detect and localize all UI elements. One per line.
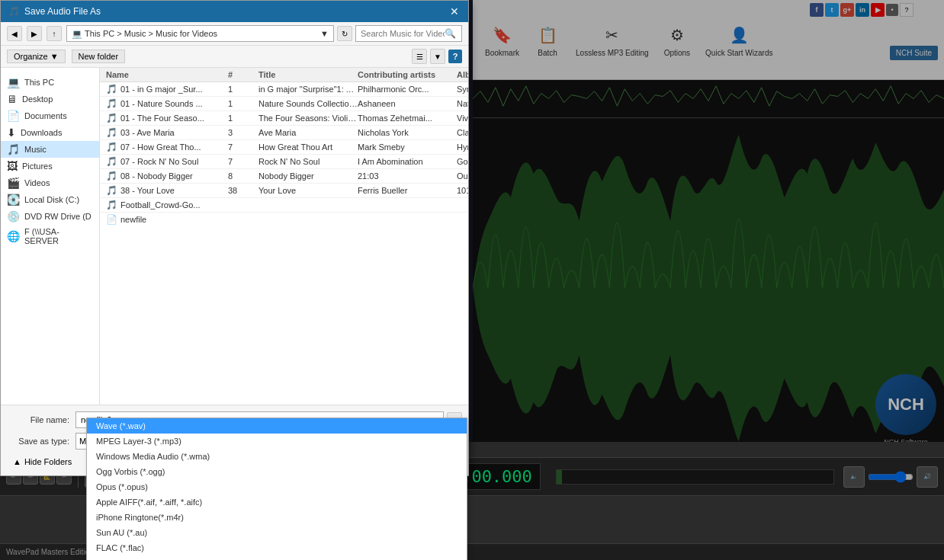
forward-button[interactable]: ▶ [27,26,42,41]
view-toggle-2[interactable]: ▼ [430,49,445,64]
title-column-header[interactable]: Title [258,70,358,79]
file-row[interactable]: 🎵38 - Your Love 38 Your Love Ferris Buel… [100,184,468,198]
album-column-header[interactable]: Album [457,70,468,79]
file-row[interactable]: 🎵03 - Ave Maria 3 Ave Maria Nicholas Yor… [100,126,468,140]
file-artist: 21:03 [358,171,457,181]
sidebar-item-documents[interactable]: 📄 Documents [1,107,99,124]
this-pc-icon: 💻 [72,29,82,39]
network-icon: 🌐 [7,230,20,242]
name-column-header[interactable]: Name [106,70,228,79]
num-column-header[interactable]: # [228,70,258,79]
file-row[interactable]: 🎵08 - Nobody Bigger 8 Nobody Bigger 21:0… [100,169,468,184]
sidebar-item-pictures[interactable]: 🖼 Pictures [1,158,99,174]
file-artist: Ashaneen [358,99,457,108]
file-rows-container: 🎵01 - in G major _Sur... 1 in G major "S… [100,82,468,213]
format-option[interactable]: MPEG Layer-3 (*.mp3) [87,434,467,449]
file-row[interactable]: 🎵01 - in G major _Sur... 1 in G major "S… [100,82,468,97]
file-name: 03 - Ave Maria [120,128,175,137]
new-folder-button[interactable]: New folder [72,50,126,63]
documents-icon: 📄 [7,110,20,122]
search-input[interactable] [361,29,445,38]
format-option[interactable]: Sun AU (*.au) [87,525,467,540]
file-icon: 🎵 [106,113,117,123]
file-row[interactable]: 🎵07 - How Great Tho... 7 How Great Thou … [100,140,468,155]
sidebar-label: This PC [24,78,54,87]
sidebar-item-local-disk[interactable]: 💽 Local Disk (C:) [1,191,99,208]
organize-arrow: ▼ [50,52,59,61]
file-row[interactable]: 🎵01 - The Four Seaso... 1 The Four Seaso… [100,111,468,126]
sidebar-item-downloads[interactable]: ⬇ Downloads [1,124,99,141]
format-option[interactable]: Ogg Vorbis (*.ogg) [87,464,467,479]
file-title: Your Love [258,186,358,195]
hide-folders-label: Hide Folders [24,457,72,466]
file-name: 08 - Nobody Bigger [120,171,193,181]
breadcrumb-text: This PC > Music > Music for Videos [85,29,217,38]
file-album: Good Fi... [457,157,468,166]
file-num: 8 [228,171,258,181]
nav-toolbar: ◀ ▶ ↑ 💻 This PC > Music > Music for Vide… [1,22,468,46]
hide-folders-arrow: ▲ [13,457,21,466]
file-num: 1 [228,85,258,94]
view-toggle[interactable]: ☰ [412,49,427,64]
help-button[interactable]: ? [448,50,462,63]
hide-folders-button[interactable]: ▲ Hide Folders [7,454,78,469]
file-title: Ave Maria [258,128,358,137]
new-file-row[interactable]: 📄 newfile [100,213,468,226]
file-row[interactable]: 🎵01 - Nature Sounds ... 1 Nature Sounds … [100,97,468,111]
format-option[interactable]: AAC (*.aac) [87,555,467,560]
file-name: 01 - Nature Sounds ... [120,99,203,108]
format-option[interactable]: Wave (*.wav) [87,418,467,434]
refresh-button[interactable]: ↻ [337,26,352,41]
close-button[interactable]: ✕ [448,5,461,18]
music-icon: 🎵 [7,143,20,155]
sidebar-item-this-pc[interactable]: 💻 This PC [1,74,99,91]
sidebar-item-music[interactable]: 🎵 Music [1,141,99,158]
sidebar-item-network[interactable]: 🌐 F (\\USA-SERVER [1,225,99,248]
sidebar-label: Videos [24,178,50,187]
breadcrumb-arrow: ▼ [320,29,329,38]
pictures-icon: 🖼 [7,160,18,172]
format-option[interactable]: FLAC (*.flac) [87,540,467,555]
sidebar: 💻 This PC 🖥 Desktop 📄 Documents ⬇ Downlo… [1,68,100,405]
file-list: Name # Title Contributing artists Album … [100,68,468,405]
desktop-icon: 🖥 [7,93,18,105]
file-artist: Nicholas York [358,128,457,137]
file-name: 01 - The Four Seaso... [120,114,204,123]
file-name: 38 - Your Love [120,186,175,195]
sidebar-label: Documents [24,111,67,120]
format-option[interactable]: iPhone Ringtone(*.m4r) [87,510,467,525]
downloads-icon: ⬇ [7,126,16,139]
sidebar-label: Music [24,145,47,154]
file-artist: Philharmonic Orc... [358,85,457,94]
new-file-icon: 📄 [106,214,117,225]
file-title: Nobody Bigger [258,171,358,181]
sidebar-item-dvd[interactable]: 💿 DVD RW Drive (D [1,208,99,225]
artist-column-header[interactable]: Contributing artists [358,70,457,79]
new-file-name: newfile [120,215,146,224]
file-title: Rock N' No Soul [258,157,358,166]
format-option[interactable]: Opus (*.opus) [87,479,467,494]
file-num: 3 [228,128,258,137]
up-button[interactable]: ↑ [47,26,62,41]
file-name: 01 - in G major _Sur... [120,85,203,94]
file-row[interactable]: 🎵Football_Crowd-Go... [100,198,468,213]
file-album: Nature S... [457,99,468,108]
format-option[interactable]: Windows Media Audio (*.wma) [87,449,467,464]
videos-icon: 🎬 [7,177,20,189]
sidebar-item-desktop[interactable]: 🖥 Desktop [1,91,99,107]
back-button[interactable]: ◀ [7,26,22,41]
file-icon: 🎵 [106,185,117,196]
address-bar: 💻 This PC > Music > Music for Videos ▼ ↻… [66,25,462,42]
breadcrumb[interactable]: 💻 This PC > Music > Music for Videos ▼ [66,25,334,42]
format-dropdown-menu: Wave (*.wav)MPEG Layer-3 (*.mp3)Windows … [86,418,467,560]
sidebar-item-videos[interactable]: 🎬 Videos [1,174,99,191]
file-title: in G major "Surprise"1: Ad... [258,85,358,94]
view-controls: ☰ ▼ ? [412,49,462,64]
file-name: 07 - Rock N' No Soul [120,157,198,166]
file-row[interactable]: 🎵07 - Rock N' No Soul 7 Rock N' No Soul … [100,155,468,169]
file-icon: 🎵 [106,127,117,138]
file-num: 38 [228,186,258,195]
organize-button[interactable]: Organize ▼ [7,50,66,63]
file-list-header: Name # Title Contributing artists Album [100,68,468,82]
format-option[interactable]: Apple AIFF(*.aif, *.aiff, *.aifc) [87,494,467,510]
